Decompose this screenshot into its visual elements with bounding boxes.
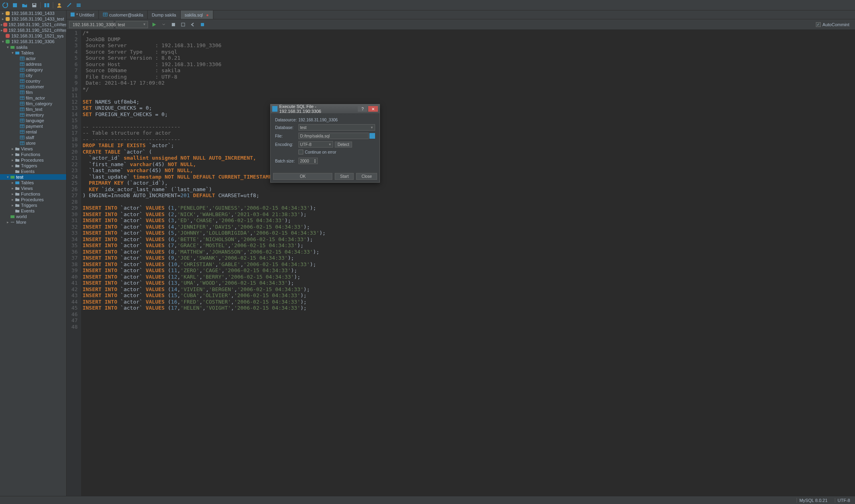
tree-item[interactable]: city bbox=[0, 73, 66, 78]
expand-icon[interactable]: ▾ bbox=[1, 40, 5, 44]
encoding-select[interactable]: UTF-8 ▼ bbox=[298, 141, 333, 148]
start-button[interactable]: Start bbox=[335, 173, 354, 180]
tree-item[interactable]: ▾sakila bbox=[0, 44, 66, 50]
database-combo[interactable]: test ▼ bbox=[116, 21, 148, 28]
close-dialog-button[interactable]: Close bbox=[356, 173, 377, 180]
tree-item[interactable]: ▸192.168.31.190_1521_c##test2 bbox=[0, 27, 66, 33]
compare-icon[interactable] bbox=[43, 2, 50, 9]
dialog-titlebar[interactable]: Execute SQL File - 192.168.31.190:3306 ?… bbox=[271, 104, 380, 113]
tree-item[interactable]: category bbox=[0, 67, 66, 73]
tree-item[interactable]: store bbox=[0, 140, 66, 146]
expand-icon[interactable]: ▾ bbox=[10, 51, 15, 55]
tree-item[interactable]: film_actor bbox=[0, 95, 66, 101]
stop-icon[interactable] bbox=[170, 21, 177, 28]
batch-size-input[interactable]: 2000 ▲▼ bbox=[298, 158, 318, 164]
expand-icon[interactable]: ▸ bbox=[10, 192, 15, 196]
tree-item[interactable]: film_category bbox=[0, 101, 66, 106]
tab-close-icon[interactable]: ● bbox=[206, 12, 209, 17]
tree-item[interactable]: country bbox=[0, 78, 66, 84]
tree-item[interactable]: Events bbox=[0, 169, 66, 174]
tree-item[interactable]: staff bbox=[0, 135, 66, 140]
tree-item[interactable]: payment bbox=[0, 123, 66, 129]
tree-label: Procedures bbox=[21, 158, 44, 162]
tree-item[interactable]: film_text bbox=[0, 106, 66, 112]
expand-icon[interactable]: ▸ bbox=[10, 158, 15, 162]
autocommit-checkbox[interactable]: ✓ bbox=[816, 22, 821, 27]
expand-icon[interactable]: ▸ bbox=[1, 17, 5, 21]
run-dropdown-icon[interactable] bbox=[160, 21, 167, 28]
wand-icon[interactable] bbox=[65, 2, 73, 9]
expand-icon[interactable]: ▸ bbox=[6, 220, 10, 224]
connection-tree[interactable]: ▸192.168.31.190_1433▸192.168.31.190_1433… bbox=[0, 10, 67, 496]
tab[interactable]: Dump sakila bbox=[148, 10, 181, 19]
tree-item[interactable]: 192.168.31.190_1521_sys bbox=[0, 33, 66, 39]
tree-item[interactable]: ▸Procedures bbox=[0, 197, 66, 202]
continue-on-error-checkbox[interactable] bbox=[298, 150, 303, 154]
tree-item[interactable]: language bbox=[0, 118, 66, 123]
tree-item[interactable]: ▸192.168.31.190_1433 bbox=[0, 10, 66, 16]
new-icon[interactable] bbox=[11, 2, 19, 9]
tree-item[interactable]: ▾192.168.31.190_3306 bbox=[0, 39, 66, 44]
tree-item[interactable]: ▾test bbox=[0, 174, 66, 180]
expand-icon[interactable]: ▸ bbox=[10, 152, 15, 156]
svg-rect-29 bbox=[15, 52, 19, 54]
open-icon[interactable] bbox=[21, 2, 28, 9]
tree-item[interactable]: Events bbox=[0, 208, 66, 214]
tab[interactable]: * Untitled bbox=[67, 10, 99, 19]
svg-rect-90 bbox=[181, 23, 185, 26]
user-icon[interactable] bbox=[56, 2, 63, 9]
refresh-icon[interactable] bbox=[2, 2, 9, 9]
folder-tables-icon bbox=[15, 180, 20, 185]
expand-icon[interactable]: ▸ bbox=[10, 164, 15, 168]
tree-item[interactable]: customer bbox=[0, 84, 66, 90]
browse-file-icon[interactable] bbox=[369, 133, 375, 139]
database-select[interactable]: test ▼ bbox=[298, 124, 375, 131]
tab[interactable]: customer@sakila bbox=[99, 10, 148, 19]
list-icon[interactable] bbox=[75, 2, 82, 9]
table-icon bbox=[19, 141, 25, 146]
expand-icon[interactable]: ▸ bbox=[10, 147, 15, 151]
tree-item[interactable]: ▸Procedures bbox=[0, 157, 66, 163]
expand-icon[interactable]: ▸ bbox=[10, 203, 15, 207]
tree-item[interactable]: ▾Tables bbox=[0, 50, 66, 56]
tree-item[interactable]: actor bbox=[0, 56, 66, 61]
tab[interactable]: sakila.sql● bbox=[181, 10, 213, 19]
expand-icon[interactable]: ▾ bbox=[6, 175, 10, 179]
sql-editor[interactable]: 1234567891011121314151617181920212223242… bbox=[67, 30, 855, 496]
tree-item[interactable]: world bbox=[0, 214, 66, 219]
ok-button[interactable]: OK bbox=[273, 173, 332, 180]
tree-item[interactable]: ▸192.168.31.190_1521_c##test1 bbox=[0, 22, 66, 27]
tree-item[interactable]: ▸192.168.31.190_1433_test bbox=[0, 16, 66, 22]
svg-point-6 bbox=[70, 3, 71, 4]
tree-item[interactable]: ▸Triggers bbox=[0, 202, 66, 208]
expand-icon[interactable]: ▾ bbox=[6, 45, 10, 49]
detect-button[interactable]: Detect bbox=[335, 142, 352, 148]
expand-icon[interactable]: ▸ bbox=[10, 198, 15, 202]
expand-icon[interactable]: ▸ bbox=[10, 181, 15, 185]
close-button[interactable]: ✕ bbox=[368, 106, 378, 112]
connection-combo[interactable]: 192.168.31.190_3306 ▼ bbox=[69, 21, 113, 28]
run-icon[interactable] bbox=[150, 21, 158, 28]
commit-icon[interactable] bbox=[199, 21, 206, 28]
svg-rect-4 bbox=[47, 3, 49, 7]
code-area[interactable]: /* JookDB DUMP Source Server : 192.168.3… bbox=[81, 30, 855, 496]
help-button[interactable]: ? bbox=[358, 106, 367, 112]
file-input[interactable] bbox=[298, 133, 369, 139]
tree-item[interactable]: address bbox=[0, 61, 66, 67]
explain-icon[interactable] bbox=[179, 21, 187, 28]
tree-item[interactable]: ▸Tables bbox=[0, 180, 66, 185]
tree-item[interactable]: film bbox=[0, 90, 66, 95]
expand-icon[interactable]: ▸ bbox=[1, 11, 5, 15]
save-icon[interactable] bbox=[31, 2, 38, 9]
tree-item[interactable]: ▸More bbox=[0, 219, 66, 225]
autocommit-toggle[interactable]: ✓ AutoCommint bbox=[816, 22, 849, 27]
tree-item[interactable]: ▸Functions bbox=[0, 191, 66, 197]
tree-item[interactable]: ▸Views bbox=[0, 146, 66, 152]
tree-item[interactable]: inventory bbox=[0, 112, 66, 118]
tree-item[interactable]: ▸Views bbox=[0, 185, 66, 191]
tree-item[interactable]: rental bbox=[0, 129, 66, 135]
expand-icon[interactable]: ▸ bbox=[10, 186, 15, 190]
rollback-icon[interactable] bbox=[189, 21, 196, 28]
tree-item[interactable]: ▸Functions bbox=[0, 152, 66, 157]
tree-item[interactable]: ▸Triggers bbox=[0, 163, 66, 169]
